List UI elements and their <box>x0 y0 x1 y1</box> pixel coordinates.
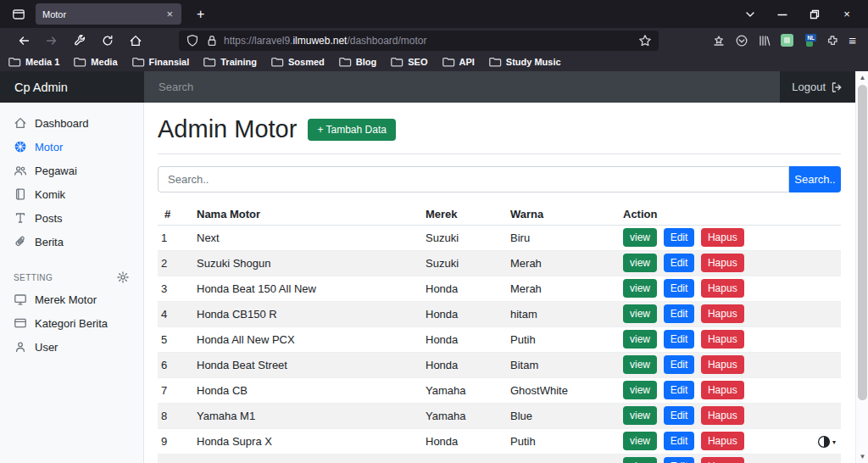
address-bar[interactable]: https://laravel9.ilmuweb.net/dashboard/m… <box>179 31 659 51</box>
hapus-button[interactable]: Hapus <box>701 228 744 247</box>
house-icon <box>14 116 27 130</box>
library-icon[interactable] <box>758 34 771 47</box>
view-button[interactable]: view <box>623 330 657 349</box>
edit-button[interactable]: Edit <box>664 406 695 425</box>
hapus-button[interactable]: Hapus <box>701 355 744 374</box>
view-button[interactable]: view <box>623 406 657 425</box>
cell-actions: view Edit Hapus <box>616 377 841 403</box>
search-button[interactable]: Search.. <box>789 166 841 192</box>
bookmark-item[interactable]: API <box>442 55 475 69</box>
hapus-button[interactable]: Hapus <box>701 279 744 298</box>
new-tab-button[interactable]: + <box>192 7 209 22</box>
bookmark-star-icon[interactable] <box>638 34 652 47</box>
window-restore-button[interactable] <box>802 3 827 25</box>
shield-icon[interactable] <box>186 34 199 47</box>
reload-button[interactable] <box>97 31 119 51</box>
topnav-search-input[interactable] <box>144 71 780 103</box>
menu-hamburger-icon[interactable]: ≡ <box>849 33 856 47</box>
view-button[interactable]: view <box>623 254 657 272</box>
bookmark-item[interactable]: Training <box>203 55 257 69</box>
bookmark-item[interactable]: Finansial <box>131 55 190 69</box>
cell-merek: Honda <box>419 301 504 326</box>
hapus-button[interactable]: Hapus <box>701 432 744 450</box>
pocket-icon[interactable] <box>735 34 748 47</box>
sidebar-item[interactable]: Merek Motor <box>0 287 143 311</box>
scroll-down-icon[interactable]: ▼ <box>856 450 868 463</box>
wrench-icon[interactable] <box>69 31 91 51</box>
hapus-button[interactable]: Hapus <box>701 381 744 399</box>
back-button[interactable] <box>13 31 35 51</box>
cell-no: 9 <box>158 428 190 454</box>
cell-actions: view Edit Hapus <box>616 403 841 428</box>
hapus-button[interactable]: Hapus <box>701 406 744 425</box>
sidebar-item[interactable]: Berita <box>0 230 143 254</box>
edit-button[interactable]: Edit <box>664 228 695 247</box>
nl-extension-icon[interactable]: NL <box>803 34 816 47</box>
folder-icon <box>338 55 352 69</box>
cell-actions: view Edit Hapus <box>616 250 841 276</box>
hapus-button[interactable]: Hapus <box>701 254 744 272</box>
table-search-input[interactable] <box>158 166 789 192</box>
gear-icon[interactable] <box>116 271 130 284</box>
sidebar-item[interactable]: Komik <box>0 182 143 206</box>
view-button[interactable]: view <box>623 228 657 247</box>
hapus-button[interactable]: Hapus <box>701 304 744 323</box>
lock-icon[interactable] <box>205 34 219 47</box>
edit-button[interactable]: Edit <box>664 279 695 298</box>
extensions-puzzle-icon[interactable] <box>826 34 839 47</box>
cell-warna: hitam <box>504 301 616 326</box>
sidebar-item[interactable]: Posts <box>0 206 143 230</box>
cell-nama-motor: Yamaha M1 <box>190 403 419 428</box>
green-extension-icon[interactable] <box>781 34 793 47</box>
folder-icon <box>203 55 216 69</box>
bookmark-item[interactable]: SEO <box>390 55 427 69</box>
cell-warna: Biru <box>504 225 616 250</box>
logout-button[interactable]: Logout <box>780 71 855 103</box>
bookmark-item[interactable]: Sosmed <box>270 55 325 69</box>
view-button[interactable]: view <box>623 457 657 463</box>
scroll-up-icon[interactable]: ▲ <box>856 71 868 84</box>
edit-button[interactable]: Edit <box>664 304 695 323</box>
edit-button[interactable]: Edit <box>664 457 695 463</box>
sidebar-item[interactable]: Dashboard <box>0 111 143 135</box>
hapus-button[interactable]: Hapus <box>701 457 744 463</box>
page-scrollbar[interactable]: ▲ ▼ <box>855 71 868 463</box>
tambah-data-button[interactable]: + Tambah Data <box>308 119 396 141</box>
bookmark-item[interactable]: Study Music <box>488 55 561 69</box>
view-button[interactable]: view <box>623 432 657 450</box>
cell-nama-motor: Suzuki Shogun <box>190 250 419 276</box>
theme-toggle-button[interactable]: ▾ <box>817 435 836 449</box>
view-button[interactable]: view <box>623 279 657 298</box>
edit-button[interactable]: Edit <box>664 355 695 374</box>
folder-icon <box>270 55 284 69</box>
sidebar-item[interactable]: Kategori Berita <box>0 311 143 335</box>
forward-button[interactable] <box>41 31 63 51</box>
view-button[interactable]: view <box>623 381 657 399</box>
scrollbar-thumb[interactable] <box>858 85 867 400</box>
sidebar-item[interactable]: Motor <box>0 135 143 159</box>
sidebar-item[interactable]: User <box>0 335 143 359</box>
edit-button[interactable]: Edit <box>664 254 695 272</box>
sidebar-item[interactable]: Pegawai <box>0 159 143 182</box>
tab-list-chevron-icon[interactable] <box>737 3 763 25</box>
cell-merek: Honda <box>419 326 504 352</box>
bookmark-item[interactable]: Blog <box>338 55 376 69</box>
home-button[interactable] <box>125 31 147 51</box>
window-minimize-button[interactable] <box>770 3 795 25</box>
hapus-button[interactable]: Hapus <box>701 330 744 349</box>
edit-button[interactable]: Edit <box>664 381 695 399</box>
browser-tab-motor[interactable]: Motor × <box>36 3 181 25</box>
bookmark-item[interactable]: Media <box>73 55 117 69</box>
cell-merek: Suzuki <box>419 250 504 276</box>
save-to-collection-icon[interactable] <box>712 34 726 47</box>
view-button[interactable]: view <box>623 304 657 323</box>
bookmark-item[interactable]: Media 1 <box>8 55 59 69</box>
edit-button[interactable]: Edit <box>664 432 695 450</box>
window-close-button[interactable]: × <box>834 3 860 25</box>
app-brand[interactable]: Cp Admin <box>0 71 144 103</box>
firefox-view-icon[interactable] <box>7 4 31 25</box>
sidebar-item-label: Merek Motor <box>35 293 97 306</box>
tab-close-icon[interactable]: × <box>164 8 175 20</box>
view-button[interactable]: view <box>623 355 657 374</box>
edit-button[interactable]: Edit <box>664 330 695 349</box>
